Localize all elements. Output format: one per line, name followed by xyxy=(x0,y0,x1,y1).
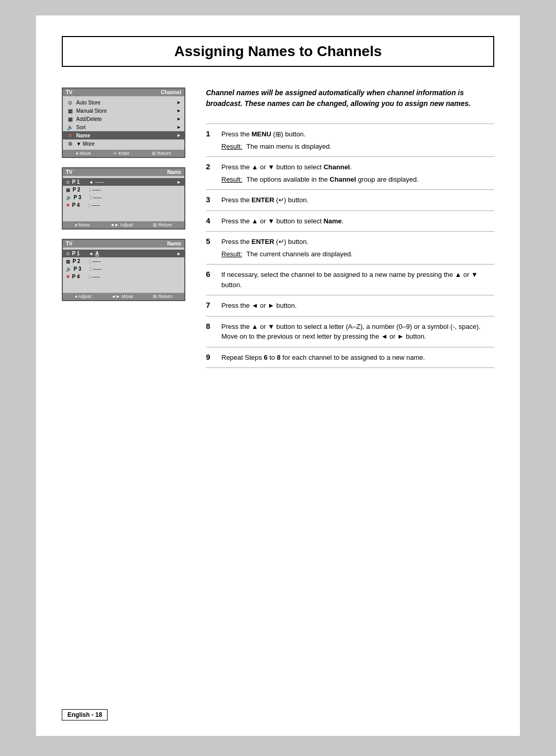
step-content-4: Press the ▲ or ▼ button to select Name. xyxy=(221,210,494,232)
tv-label-2: TV xyxy=(66,169,73,175)
settings-icon: ⚙ xyxy=(66,140,74,147)
page: Assigning Names to Channels TV Channel ⊙… xyxy=(36,15,520,736)
step-row-5: 5 Press the ENTER (↵) button. Result: Th… xyxy=(206,232,494,265)
step-content-6: If necessary, select the channel to be a… xyxy=(221,265,494,295)
speaker-icon-2: 🔊 xyxy=(66,195,72,200)
spacer xyxy=(63,209,184,219)
tv-row-more: ⚙ ▼ More xyxy=(63,139,184,148)
step-row-7: 7 Press the ◄ or ► button. xyxy=(206,295,494,317)
grid-icon-2: ▦ xyxy=(66,187,71,192)
arrow-right: ► xyxy=(177,133,181,138)
right-column: Channel names will be assigned automatic… xyxy=(206,87,494,368)
step-content-8: Press the ▲ or ▼ button to select a lett… xyxy=(221,316,494,347)
step-content-5: Press the ENTER (↵) button. Result: The … xyxy=(221,232,494,265)
p4-label-3: P 4 xyxy=(72,274,86,279)
p-row-3-3: 🔊 P 3 : ----- xyxy=(63,265,184,273)
tv-screen-1-header: TV Channel xyxy=(63,89,184,96)
tv-screen-3-header: TV Name xyxy=(63,240,184,248)
p3-value-3: : ----- xyxy=(90,266,181,272)
step-num-6: 6 xyxy=(206,265,221,295)
p1-left-arrow: ◄ xyxy=(89,180,93,185)
p4-value: : ----- xyxy=(89,202,181,208)
p1-label-3: P 1 xyxy=(72,251,86,256)
tv-channel-label: Channel xyxy=(161,90,181,95)
speaker-icon: 🔊 xyxy=(66,124,74,130)
return-label: ⊞ Return xyxy=(152,151,171,156)
left-column: TV Channel ⊙ Auto Store ► ▦ Manual Store… xyxy=(62,87,185,368)
name-label: Name xyxy=(76,133,175,138)
add-delete-label: Add/Delete xyxy=(76,116,175,122)
p1-value-3: A xyxy=(95,251,175,256)
step-content-7: Press the ◄ or ► button. xyxy=(221,295,494,317)
p3-label-3: P 3 xyxy=(74,266,88,272)
tv-row-manual-store: ▦ Manual Store ► xyxy=(63,107,184,115)
page-title: Assigning Names to Channels xyxy=(73,43,483,60)
tv-screen-3-body: ⊙ P 1 ◄ A ► ▦ P 2 : ----- 🔊 P 3 : - xyxy=(63,248,184,293)
p1-value: ----- xyxy=(95,179,175,185)
step-row-9: 9 Repeat Steps 6 to 8 for each channel t… xyxy=(206,347,494,368)
return-label-2: ⊞ Return xyxy=(153,222,172,227)
p4-label: P 4 xyxy=(72,202,86,208)
p2-value-3: : ----- xyxy=(89,258,181,264)
step-row-6: 6 If necessary, select the channel to be… xyxy=(206,265,494,295)
result-text-1: The main menu is displayed. xyxy=(246,142,331,152)
spacer-3 xyxy=(63,280,184,291)
tv-label-3: TV xyxy=(66,241,73,247)
more-label: ▼ More xyxy=(76,141,181,147)
step-content-2: Press the ▲ or ▼ button to select Channe… xyxy=(221,157,494,190)
step-num-7: 7 xyxy=(206,295,221,317)
steps-table: 1 Press the MENU (⊞) button. Result: The… xyxy=(206,124,494,368)
return-label-3: ⊞ Return xyxy=(153,294,172,299)
result-label-1: Result: xyxy=(221,142,242,152)
arrow-right: ► xyxy=(177,116,181,121)
footer-note: English - 18 xyxy=(62,709,108,720)
step-1-result: Result: The main menu is displayed. xyxy=(221,142,494,152)
step-5-result: Result: The current channels are display… xyxy=(221,249,494,259)
adjust-label-3: ♦ Adjust xyxy=(75,294,91,299)
step-num-3: 3 xyxy=(206,190,221,211)
arrow-right: ► xyxy=(177,100,181,105)
tv-row-auto-store: ⊙ Auto Store ► xyxy=(63,98,184,107)
step-content-3: Press the ENTER (↵) button. xyxy=(221,190,494,211)
enter-label: ↵ Enter xyxy=(113,151,130,156)
auto-store-label: Auto Store xyxy=(76,100,175,106)
tv-name-label-3: Name xyxy=(167,241,181,247)
step-row-1: 1 Press the MENU (⊞) button. Result: The… xyxy=(206,124,494,157)
tv-screen-2-footer: ♦ Move ◄► Adjust ⊞ Return xyxy=(63,221,184,228)
p-row-1-selected: ⊙ P 1 ◄ ----- ► xyxy=(63,178,184,186)
arrow-right: ► xyxy=(177,125,181,130)
tv-row-add-delete: ▦ Add/Delete ► xyxy=(63,115,184,123)
step-num-9: 9 xyxy=(206,347,221,368)
tv-row-sort: 🔊 Sort ► xyxy=(63,123,184,131)
tv-row-name: ✕ Name ► xyxy=(63,131,184,139)
content-area: TV Channel ⊙ Auto Store ► ▦ Manual Store… xyxy=(62,87,494,368)
step-num-2: 2 xyxy=(206,157,221,190)
step-row-3: 3 Press the ENTER (↵) button. xyxy=(206,190,494,211)
p2-label: P 2 xyxy=(73,187,87,192)
p1-right-arrow: ► xyxy=(177,180,181,185)
result-label-2: Result: xyxy=(221,174,242,185)
step-row-8: 8 Press the ▲ or ▼ button to select a le… xyxy=(206,316,494,347)
p2-label-3: P 2 xyxy=(73,258,87,264)
adjust-label: ◄► Adjust xyxy=(110,222,133,227)
x-icon-2: ✕ xyxy=(66,203,70,208)
p3-value: : ----- xyxy=(90,195,181,200)
p-row-1-selected-3: ⊙ P 1 ◄ A ► xyxy=(63,250,184,257)
p1-label: P 1 xyxy=(72,179,86,185)
tv-screen-1-footer: ♦ Move ↵ Enter ⊞ Return xyxy=(63,150,184,157)
x-icon-3: ✕ xyxy=(66,274,70,279)
move-label-3: ◄► Move xyxy=(111,294,133,299)
result-label-5: Result: xyxy=(221,249,242,259)
manual-store-label: Manual Store xyxy=(76,108,175,114)
antenna-icon-3: ⊙ xyxy=(66,251,70,256)
speaker-icon-3: 🔊 xyxy=(66,267,72,272)
tv-screen-1: TV Channel ⊙ Auto Store ► ▦ Manual Store… xyxy=(62,87,185,158)
antenna-icon: ⊙ xyxy=(66,99,74,106)
p4-value-3: : ----- xyxy=(89,274,181,279)
p-row-3: 🔊 P 3 : ----- xyxy=(63,194,184,201)
p-row-4: ✕ P 4 : ----- xyxy=(63,201,184,209)
p2-value: : ----- xyxy=(89,187,181,192)
step-2-result: Result: The options available in the Cha… xyxy=(221,174,494,185)
tv-screen-3-footer: ♦ Adjust ◄► Move ⊞ Return xyxy=(63,293,184,300)
tv-screen-2: TV Name ⊙ P 1 ◄ ----- ► ▦ P 2 : ----- xyxy=(62,167,185,230)
